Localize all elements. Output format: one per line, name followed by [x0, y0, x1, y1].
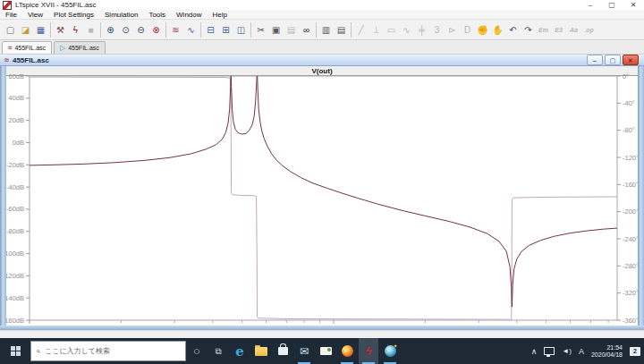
start-button[interactable]	[0, 338, 30, 364]
action-center-icon: 2	[630, 347, 640, 356]
ime-indicator[interactable]: A	[575, 338, 588, 364]
plot-title: V(out)	[311, 67, 332, 75]
menu-tools[interactable]: Tools	[143, 10, 171, 19]
component-tool-button: D	[460, 21, 475, 39]
menu-file[interactable]: File	[0, 10, 22, 19]
store-button[interactable]	[273, 338, 292, 364]
y-right-label: -160°	[623, 181, 638, 189]
network-status[interactable]	[540, 338, 558, 364]
clock[interactable]: 21:54 2020/04/18	[588, 344, 626, 359]
network-icon	[544, 347, 555, 355]
tab-schematic-455fil[interactable]: ▷ 455FIL.asc	[54, 41, 106, 54]
mail-app-icon	[320, 347, 332, 355]
toolbar-separator	[165, 22, 166, 38]
x-tick-label: 100KHz	[18, 325, 42, 326]
task-view-button[interactable]: ⧉	[208, 338, 228, 364]
minimize-button[interactable]: –	[580, 0, 601, 10]
close-button[interactable]: ✕	[623, 0, 644, 10]
search-input[interactable]: ⌕ ここに入力して検索	[30, 341, 186, 361]
y-left-label: -160dB	[6, 317, 24, 325]
store-icon	[278, 347, 288, 355]
action-center-button[interactable]: 2	[626, 338, 644, 364]
cut-button[interactable]: ✂	[253, 21, 268, 39]
app-button[interactable]	[380, 338, 400, 364]
y-right-label: -40°	[623, 99, 635, 107]
search-placeholder: ここに入力して検索	[45, 346, 110, 356]
paste-button: ▤	[284, 21, 299, 39]
zoom-out-button[interactable]: ⊖	[133, 21, 148, 39]
run-button[interactable]: ϟ	[68, 21, 83, 39]
find-button[interactable]: ∞	[299, 21, 314, 39]
zoom-clear-button[interactable]: ⊗	[148, 21, 164, 39]
zoom-full-extents-button[interactable]: ⊙	[118, 21, 133, 39]
mail-app-button[interactable]	[316, 338, 335, 364]
menu-window[interactable]: Window	[171, 10, 207, 19]
window-titlebar: LTspice XVII - 455FIL.asc –▢✕	[0, 0, 644, 10]
waveform-window: ≈ 455FIL.asc –▢✕ V(out) 60dB40dB20dB0dB-…	[0, 55, 644, 330]
waveform-window-title: 455FIL.asc	[13, 56, 49, 64]
file-explorer-button[interactable]	[251, 338, 271, 364]
child-maximize-button[interactable]: ▢	[605, 55, 621, 65]
tile-vertical-button[interactable]: ⊞	[218, 21, 233, 39]
y-left-label: 60dB	[8, 72, 24, 80]
diode-tool-button: ⊳	[445, 21, 460, 39]
y-right-label: -320°	[623, 289, 638, 297]
text-tool-button: Aa	[566, 21, 581, 39]
menu-view[interactable]: View	[22, 10, 48, 19]
cortana-button[interactable]: ○	[187, 338, 207, 364]
child-minimize-button[interactable]: –	[587, 55, 603, 65]
edge-button[interactable]: e	[230, 338, 250, 364]
y-right-label: -280°	[623, 262, 638, 270]
tray-chevron[interactable]: ∧	[528, 338, 541, 364]
toolbar-separator	[316, 22, 317, 38]
ground-tool-button: ⊥	[369, 21, 384, 39]
tab-waveform-455fil[interactable]: ≈ 455FIL.asc	[2, 41, 52, 54]
mail-icon: ✉	[300, 345, 309, 358]
print-button[interactable]: ▥	[318, 21, 334, 39]
taskbar: ⌕ ここに入力して検索 ○ ⧉ e ✉ ϟ ∧ ◄) A 21:54 2020/…	[0, 338, 644, 364]
copy-button[interactable]: ▣	[268, 21, 284, 39]
capacitor-tool-button: ╪	[414, 21, 429, 39]
autorange-y-button[interactable]: ≋	[168, 21, 183, 39]
windows-logo-icon	[11, 346, 21, 356]
open-button[interactable]: ◪	[18, 21, 33, 39]
plot-settings-button[interactable]: ∿	[183, 21, 199, 39]
y-left-label: 0dB	[13, 139, 24, 147]
control-panel-button[interactable]: ⚒	[53, 21, 68, 39]
rotate-button: E3	[551, 21, 566, 39]
y-left-label: -140dB	[6, 294, 24, 302]
menu-plot-settings[interactable]: Plot Settings	[48, 10, 99, 19]
firefox-icon	[342, 345, 353, 357]
waveform-pane[interactable]: V(out) 60dB40dB20dB0dB-20dB-40dB-60dB-80…	[6, 66, 638, 326]
menu-simulation[interactable]: Simulation	[99, 10, 143, 19]
undo-button[interactable]: ↶	[505, 21, 521, 39]
planet-app-icon	[385, 345, 396, 357]
mail-button[interactable]: ✉	[294, 338, 314, 364]
tile-horizontal-button[interactable]: ⊟	[203, 21, 218, 39]
toolbar-separator	[351, 22, 352, 38]
maximize-button[interactable]: ▢	[601, 0, 623, 10]
child-close-button[interactable]: ✕	[623, 55, 639, 65]
print-preview-button[interactable]: ▤	[334, 21, 349, 39]
magnitude-trace	[30, 70, 618, 308]
save-button[interactable]: ▦	[33, 21, 48, 39]
y-left-label: -120dB	[6, 272, 24, 280]
menu-help[interactable]: Help	[208, 10, 233, 19]
zoom-in-button[interactable]: ⊕	[103, 21, 118, 39]
bode-plot[interactable]: 60dB40dB20dB0dB-20dB-40dB-60dB-80dB-100d…	[6, 76, 638, 326]
plot-title-band: V(out)	[6, 66, 638, 76]
toolbar-separator	[200, 22, 201, 38]
inductor-tool-button: 3	[429, 21, 445, 39]
phase-trace	[30, 77, 618, 319]
redo-button[interactable]: ↷	[521, 21, 536, 39]
x-tick-label: 1MHz	[325, 325, 343, 326]
ltspice-taskbar-button[interactable]: ϟ	[359, 338, 378, 364]
volume-status[interactable]: ◄)	[558, 338, 575, 364]
halt-button: ■	[83, 21, 98, 39]
waveform-window-titlebar[interactable]: ≈ 455FIL.asc –▢✕	[0, 55, 644, 66]
firefox-button[interactable]	[337, 338, 357, 364]
new-schematic-button[interactable]: ▢	[3, 21, 18, 39]
cascade-windows-button[interactable]: ◫	[233, 21, 249, 39]
tabbar: ≈ 455FIL.asc ▷ 455FIL.asc	[0, 41, 644, 55]
menubar: FileViewPlot SettingsSimulationToolsWind…	[0, 10, 644, 19]
